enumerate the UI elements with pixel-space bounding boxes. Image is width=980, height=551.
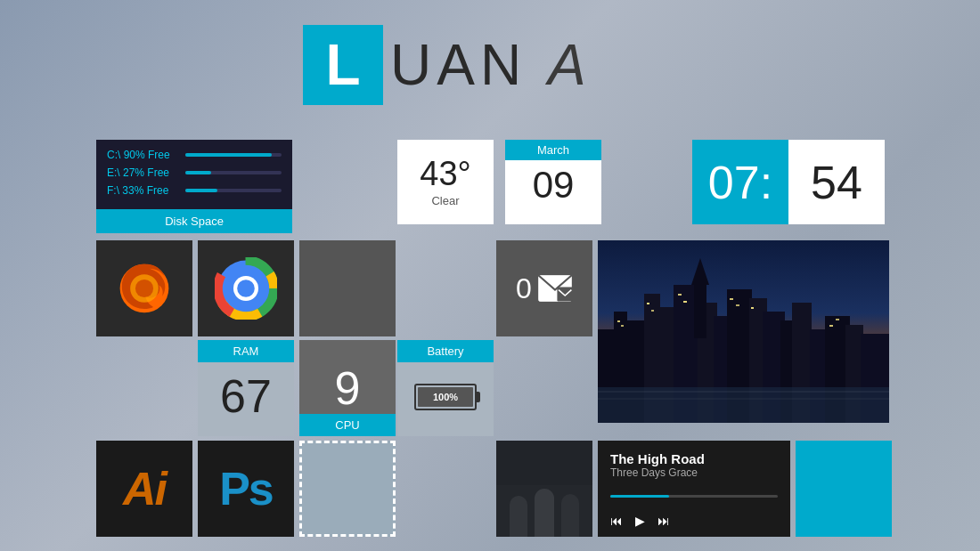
date-month: March <box>505 140 601 160</box>
disk-f-bar-fill <box>185 189 217 192</box>
empty-tile <box>299 441 396 537</box>
title-l-box: L <box>303 25 383 105</box>
city-photo-tile <box>598 240 889 423</box>
title-rest: UAN A <box>383 32 592 98</box>
disk-rows: C:\ 90% Free E:\ 27% Free F:\ 33% Free <box>96 140 292 209</box>
band-photo-tile <box>496 441 592 537</box>
music-play-button[interactable]: ▶ <box>635 514 645 528</box>
disk-e-bar-fill <box>185 171 211 174</box>
gray-tile <box>299 240 396 336</box>
email-tile[interactable]: 0 <box>496 240 592 336</box>
svg-rect-42 <box>598 387 889 423</box>
clock-hours-box: 07: <box>692 140 788 224</box>
battery-label: Battery <box>397 340 494 362</box>
svg-point-2 <box>135 280 153 297</box>
clock-widget: 07: 54 <box>692 140 885 224</box>
cpu-label: CPU <box>299 414 396 436</box>
svg-rect-53 <box>496 441 592 537</box>
svg-rect-39 <box>836 319 839 320</box>
chrome-tile[interactable] <box>198 240 294 336</box>
date-day: 09 <box>505 160 601 210</box>
firefox-icon <box>112 256 176 320</box>
svg-rect-29 <box>617 320 620 322</box>
svg-rect-36 <box>736 304 739 306</box>
svg-rect-33 <box>678 294 682 296</box>
svg-rect-32 <box>651 310 654 312</box>
svg-rect-35 <box>730 298 733 300</box>
disk-space-widget: C:\ 90% Free E:\ 27% Free F:\ 33% Free D… <box>96 140 292 233</box>
adobe-photoshop-tile[interactable]: Ps <box>198 441 294 537</box>
svg-rect-10 <box>557 287 573 301</box>
battery-body: 100% <box>397 362 494 432</box>
adobe-ps-label: Ps <box>219 462 273 515</box>
clock-minutes-box: 54 <box>788 140 885 224</box>
disk-c-bar-fill <box>185 153 272 157</box>
svg-rect-34 <box>683 301 687 303</box>
battery-fill: 100% <box>418 387 473 407</box>
disk-f-bar-bg <box>185 189 282 192</box>
title-l-letter: L <box>325 36 360 93</box>
adobe-illustrator-tile[interactable]: Ai <box>96 441 192 537</box>
title-a: A <box>548 33 592 97</box>
svg-rect-30 <box>621 325 624 327</box>
disk-e-label: E:\ 27% Free <box>107 166 178 179</box>
title-area: L UAN A <box>303 25 592 105</box>
weather-temperature: 43° <box>420 157 470 190</box>
date-widget: March 09 <box>505 140 601 224</box>
city-skyline-svg <box>598 240 889 423</box>
svg-rect-41 <box>694 285 706 338</box>
disk-row-c: C:\ 90% Free <box>107 149 282 161</box>
battery-tile: Battery 100% <box>397 340 494 436</box>
chrome-icon <box>215 257 277 320</box>
cpu-value: 9 <box>335 365 361 411</box>
ram-label: RAM <box>198 340 294 362</box>
firefox-tile[interactable] <box>96 240 192 336</box>
title-uan: UAN <box>390 33 527 97</box>
music-controls[interactable]: ⏮ ▶ ⏭ <box>610 514 778 528</box>
weather-description: Clear <box>431 194 459 207</box>
music-prev-button[interactable]: ⏮ <box>610 514 623 528</box>
weather-widget: 43° Clear <box>397 140 494 224</box>
clock-hours: 07: <box>708 156 772 209</box>
disk-row-e: E:\ 27% Free <box>107 166 282 179</box>
disk-f-label: F:\ 33% Free <box>107 184 178 197</box>
music-next-button[interactable]: ⏭ <box>657 514 670 528</box>
music-info-tile: The High Road Three Days Grace ⏮ ▶ ⏭ <box>598 441 790 537</box>
music-artist-name: Three Days Grace <box>610 466 778 479</box>
cyan-accent-tile <box>796 441 892 537</box>
disk-c-bar-bg <box>185 153 282 157</box>
svg-point-8 <box>237 280 255 297</box>
email-icon <box>537 274 573 303</box>
disk-row-f: F:\ 33% Free <box>107 184 282 197</box>
svg-rect-31 <box>647 303 649 304</box>
svg-rect-37 <box>751 307 754 309</box>
clock-minutes: 54 <box>811 156 862 209</box>
cpu-tile: 9 CPU <box>299 340 396 436</box>
music-track-title: The High Road <box>610 451 778 466</box>
battery-icon: 100% <box>414 384 477 410</box>
adobe-ai-label: Ai <box>123 462 166 515</box>
band-photo-svg <box>496 441 592 537</box>
music-progress-fill <box>610 495 669 498</box>
battery-outer: 100% <box>414 384 477 410</box>
disk-e-bar-bg <box>185 171 282 174</box>
disk-footer-label: Disk Space <box>96 209 292 233</box>
svg-rect-38 <box>829 325 833 327</box>
ram-value: 67 <box>198 362 294 423</box>
email-count: 0 <box>516 272 532 305</box>
disk-c-label: C:\ 90% Free <box>107 149 178 161</box>
music-progress-bar <box>610 495 778 498</box>
battery-percent: 100% <box>433 392 458 402</box>
music-title-area: The High Road Three Days Grace <box>610 451 778 479</box>
ram-tile: RAM 67 <box>198 340 294 436</box>
